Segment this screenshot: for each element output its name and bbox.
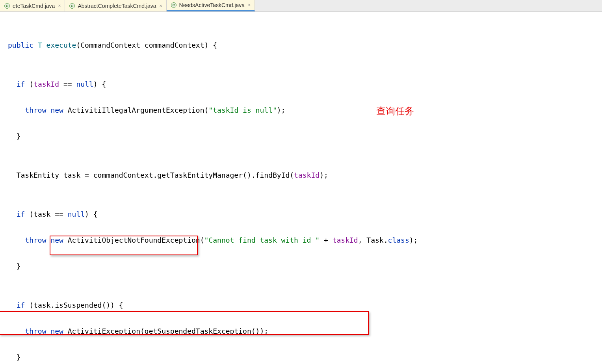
java-class-icon: C bbox=[171, 2, 177, 8]
tab-abstractcompletetaskcmd[interactable]: C AbstractCompleteTaskCmd.java × bbox=[65, 0, 166, 11]
tab-needsactivetaskcmd[interactable]: C NeedsActiveTaskCmd.java × bbox=[167, 0, 255, 11]
tab-label: AbstractCompleteTaskCmd.java bbox=[78, 3, 156, 9]
tab-etetaskcmd[interactable]: C eteTaskCmd.java × bbox=[0, 0, 65, 11]
code-line: } bbox=[8, 260, 594, 273]
code-line: } bbox=[8, 351, 594, 364]
code-line: TaskEntity task = commandContext.getTask… bbox=[8, 169, 594, 182]
java-class-icon: C bbox=[69, 3, 75, 9]
tab-label: eteTaskCmd.java bbox=[13, 3, 55, 9]
code-line: if (task == null) { bbox=[8, 208, 594, 221]
svg-text:C: C bbox=[71, 4, 74, 8]
code-line: throw new ActivitiException(getSuspended… bbox=[8, 325, 594, 338]
close-icon[interactable]: × bbox=[160, 3, 162, 9]
close-icon[interactable]: × bbox=[58, 3, 61, 9]
code-editor[interactable]: public T execute(CommandContext commandC… bbox=[0, 12, 602, 364]
tab-label: NeedsActiveTaskCmd.java bbox=[179, 2, 245, 8]
tab-bar: C eteTaskCmd.java × C AbstractCompleteTa… bbox=[0, 0, 602, 12]
annotation-query-task: 查询任务 bbox=[376, 104, 414, 117]
code-line: if (task.isSuspended()) { bbox=[8, 299, 594, 312]
code-line: } bbox=[8, 130, 594, 143]
code-line: if (taskId == null) { bbox=[8, 78, 594, 91]
code-line: public T execute(CommandContext commandC… bbox=[8, 39, 594, 52]
svg-text:C: C bbox=[6, 4, 9, 8]
svg-text:C: C bbox=[172, 3, 175, 7]
code-line: throw new ActivitiIllegalArgumentExcepti… bbox=[8, 104, 594, 117]
code-line: throw new ActivitiObjectNotFoundExceptio… bbox=[8, 234, 594, 247]
close-icon[interactable]: × bbox=[248, 2, 251, 8]
java-class-icon: C bbox=[4, 3, 10, 9]
